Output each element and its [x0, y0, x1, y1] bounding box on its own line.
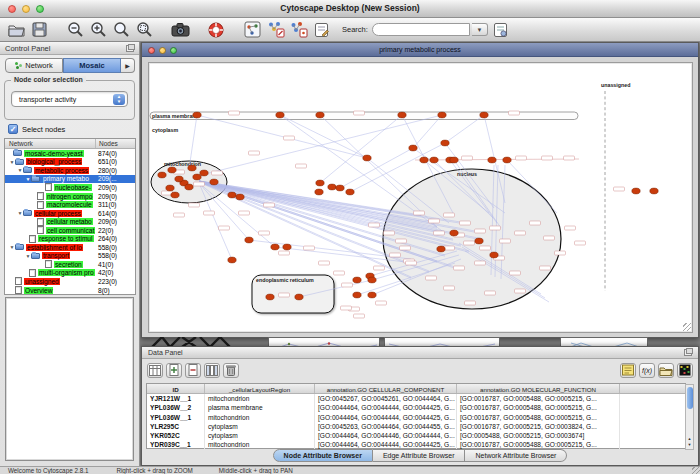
dropdown-stepper-icon: ▲▼ [113, 94, 125, 106]
tab-edge-attribute-browser[interactable]: Edge Attribute Browser [373, 449, 466, 462]
search-label: Search: [342, 25, 368, 34]
network-tab-icon [15, 62, 22, 69]
folder-icon [15, 159, 24, 165]
tree-row[interactable]: ▼Overview8(0) [5, 286, 135, 295]
region-er-label: endoplasmic reticulum [256, 277, 314, 283]
network-window-title: primary metabolic process [142, 46, 698, 53]
network-page-icon [37, 218, 44, 226]
region-cytoplasm-label: cytoplasm [152, 127, 178, 133]
group-title: Node color selection [11, 76, 86, 83]
table-row[interactable]: YLR295Ccytoplasm[GO:0045263, GO:0044464,… [147, 422, 685, 431]
float-panel-icon[interactable] [126, 45, 134, 52]
layout-settings-icon[interactable] [288, 20, 308, 40]
tab-network[interactable]: Network [5, 58, 63, 73]
node-color-selection-group: Node color selection transporter activit… [4, 80, 135, 120]
tab-overflow-icon[interactable]: ▶ [121, 58, 135, 73]
zoom-fit-icon[interactable] [111, 20, 131, 40]
tree-row[interactable]: ▼cellular process614(0) [5, 209, 135, 218]
mdi-desktop: primary metabolic process unassigned pla… [140, 42, 700, 466]
window-titlebar: Cytoscape Desktop (New Session) [0, 0, 700, 18]
snapshot-camera-icon[interactable] [170, 20, 190, 40]
annotation-form-icon[interactable] [311, 20, 331, 40]
tree-row[interactable]: ▼multi-organism pro42(0) [5, 269, 135, 278]
table-row[interactable]: YJR121W__1mitochondrion[GO:0045267, GO:0… [147, 394, 685, 403]
tree-row[interactable]: ▼mosaic-demo-yeast874(0) [5, 149, 135, 158]
save-session-icon[interactable] [29, 20, 49, 40]
tree-row[interactable]: ▼response to stimul264(0) [5, 234, 135, 243]
tab-network-attribute-browser[interactable]: Network Attribute Browser [465, 449, 567, 462]
table-row[interactable]: YPL036W__2plasma membrane[GO:0044464, GO… [147, 403, 685, 412]
search-input[interactable] [372, 23, 470, 36]
network-page-icon [29, 235, 36, 243]
create-attribute-icon[interactable] [166, 363, 182, 378]
network-overview-icon[interactable] [242, 20, 262, 40]
select-nodes-label: Select nodes [22, 125, 65, 134]
status-welcome: Welcome to Cytoscape 2.8.1 [8, 467, 88, 474]
window-title: Cytoscape Desktop (New Session) [0, 3, 700, 13]
folder-icon [31, 253, 40, 259]
control-panel-tabs: Network Mosaic ▶ [5, 58, 135, 73]
delete-attribute-icon[interactable] [185, 363, 201, 378]
network-window-titlebar[interactable]: primary metabolic process [142, 43, 698, 57]
tree-header: Network Nodes [5, 139, 135, 149]
tree-row[interactable]: ▼nitrogen compo209(0) [5, 192, 135, 201]
main-toolbar: Search: ▼ [0, 18, 700, 42]
trash-icon[interactable] [223, 363, 239, 378]
select-attributes-icon[interactable] [147, 363, 163, 378]
search-options-icon[interactable] [491, 20, 511, 40]
attribute-browser-tabs: Node Attribute Browser Edge Attribute Br… [142, 449, 698, 462]
tab-node-attribute-browser[interactable]: Node Attribute Browser [273, 449, 373, 462]
scrollbar-arrows-icon[interactable]: ▲▼ [686, 436, 693, 448]
heatmap-icon[interactable] [677, 363, 693, 378]
tree-row[interactable]: ▼secretion41(0) [5, 260, 135, 269]
tree-row[interactable]: ▼biological_process651(0) [5, 158, 135, 167]
tree-row[interactable]: ▼nucleobase-209(0) [5, 183, 135, 192]
zoom-out-icon[interactable] [65, 20, 85, 40]
table-scrollbar[interactable]: ▲▼ [685, 384, 694, 450]
tree-row[interactable]: ▼unassigned223(0) [5, 277, 135, 286]
network-page-icon [37, 192, 44, 200]
tree-row[interactable]: ▼transport558(0) [5, 252, 135, 261]
table-row[interactable]: YPL036W__1mitochondrion[GO:0044464, GO:0… [147, 413, 685, 422]
status-pan-hint: Middle-click + drag to PAN [219, 467, 293, 474]
search-dropdown-icon[interactable]: ▼ [472, 23, 488, 36]
data-panel-titlebar[interactable]: Data Panel [142, 347, 698, 359]
scrollbar-thumb[interactable] [687, 387, 693, 409]
data-panel-toolbar: f(x) [142, 359, 698, 381]
tree-row[interactable]: ▼establishment of lo558(0) [5, 243, 135, 252]
network-page-icon [45, 183, 52, 191]
network-canvas[interactable]: unassigned plasma membrane cytoplasm mit… [148, 62, 693, 333]
network-page-icon [15, 286, 22, 294]
attribute-columns-icon[interactable] [204, 363, 220, 378]
zoom-in-icon[interactable] [88, 20, 108, 40]
select-nodes-checkbox[interactable]: ✓ [8, 124, 18, 134]
birds-eye-view[interactable] [5, 297, 134, 461]
control-panel-title: Control Panel [5, 44, 50, 53]
tree-row-selected[interactable]: ▼primary metabo209(... [5, 175, 135, 184]
node-color-dropdown[interactable]: transporter activity ▲▼ [11, 91, 128, 107]
tree-row[interactable]: ▼cellular metabo209(0) [5, 217, 135, 226]
open-session-icon[interactable] [6, 20, 26, 40]
folder-icon [23, 167, 32, 173]
status-zoom-hint: Right-click + drag to ZOOM [116, 467, 192, 474]
network-page-icon [15, 277, 22, 285]
tree-row[interactable]: ▼macromolecule311(0) [5, 200, 135, 209]
layout-apply-icon[interactable] [265, 20, 285, 40]
tree-row[interactable]: ▼metabolic process280(0) [5, 166, 135, 175]
table-header-row[interactable]: ID _cellularLayoutRegion annotation.GO C… [147, 384, 685, 394]
window-resize-grip[interactable] [692, 466, 700, 474]
network-page-icon [37, 226, 44, 234]
canvas-resize-grip[interactable] [683, 323, 691, 331]
float-panel-icon[interactable] [684, 349, 692, 356]
tab-mosaic[interactable]: Mosaic [63, 58, 121, 73]
folder-icon [23, 210, 32, 216]
network-tree: Network Nodes ▼mosaic-demo-yeast874(0) ▼… [4, 138, 136, 295]
zoom-selected-icon[interactable] [134, 20, 154, 40]
tree-row[interactable]: ▼cell communicat22(0) [5, 226, 135, 235]
help-lifebuoy-icon[interactable] [206, 20, 226, 40]
annotation-note-icon[interactable] [620, 363, 636, 378]
network-page-icon [29, 269, 36, 277]
function-builder-icon[interactable]: f(x) [639, 363, 655, 378]
table-row[interactable]: YKR052Ccytoplasm[GO:0044464, GO:0044446,… [147, 431, 685, 440]
import-attributes-icon[interactable] [658, 363, 674, 378]
